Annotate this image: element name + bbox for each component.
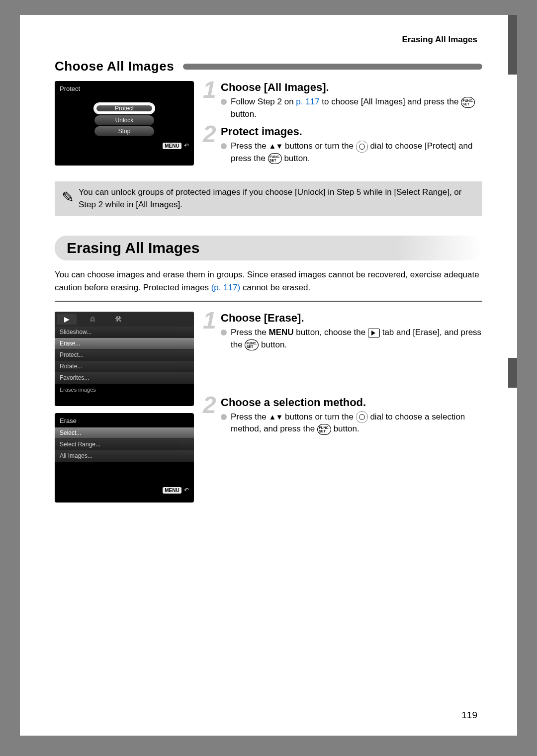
section-rule	[183, 64, 482, 70]
menu-item: Rotate...	[55, 361, 194, 372]
menu-item: Select Range...	[55, 439, 194, 450]
side-tab-thumb	[508, 358, 517, 388]
func-set-icon: FUNC.SET	[245, 339, 259, 350]
menu-footer: Erases images	[55, 384, 194, 396]
menu-item: Favorites...	[55, 372, 194, 384]
note-text: You can unlock groups of protected image…	[79, 186, 475, 211]
screenshot-title: Erase	[55, 416, 194, 427]
control-dial-icon	[356, 411, 368, 423]
section-title: Choose All Images	[55, 59, 174, 74]
step-heading: Choose a selection method.	[209, 396, 482, 409]
section-header-bar: Choose All Images	[55, 59, 482, 74]
page-link[interactable]: p. 117	[296, 97, 319, 106]
tab-print-icon: ⎙	[83, 314, 102, 325]
up-down-arrows-icon: ▲▼	[269, 413, 283, 421]
step-heading: Choose [All Images].	[209, 81, 482, 94]
menu-item: Slideshow...	[55, 327, 194, 338]
side-tab	[508, 15, 517, 75]
step-heading: Choose [Erase].	[209, 312, 482, 325]
screenshot-option-protect: Protect	[93, 102, 155, 114]
main-heading-bar: Erasing All Images	[55, 236, 482, 260]
step-bullet: Press the ▲▼ buttons or turn the dial to…	[221, 140, 482, 165]
tab-playback-icon: ▶	[57, 314, 77, 325]
camera-screenshot-erase: Erase Select... Select Range... All Imag…	[55, 413, 194, 503]
manual-page: Erasing All Images Choose All Images Pro…	[20, 15, 517, 736]
step-2: 2 Choose a selection method. Press the ▲…	[209, 396, 482, 435]
step-heading: Protect images.	[209, 125, 482, 138]
return-icon: ↶	[184, 487, 189, 494]
screenshot-option-unlock: Unlock	[94, 115, 154, 125]
func-set-icon: FUNC.SET	[317, 424, 331, 435]
step-bullet: Press the ▲▼ buttons or turn the dial to…	[221, 411, 482, 435]
divider	[55, 301, 482, 302]
step-1: 1 Choose [All Images]. Follow Step 2 on …	[209, 81, 482, 120]
screenshot-title: Protect	[60, 85, 189, 92]
menu-button-text: MENU	[269, 328, 294, 337]
menu-label-icon: MENU	[163, 487, 181, 494]
playback-tab-icon	[368, 329, 380, 337]
tab-tools-icon: 🛠	[108, 314, 128, 325]
func-set-icon: FUNC.SET	[461, 97, 475, 108]
camera-screenshot-menu: ▶ ⎙ 🛠 Slideshow... Erase... Protect... R…	[55, 312, 194, 406]
return-icon: ↶	[184, 142, 189, 149]
menu-label-icon: MENU	[163, 143, 181, 149]
menu-item-selected: Erase...	[55, 338, 194, 349]
step-bullet: Press the MENU button, choose the tab an…	[221, 327, 482, 351]
note-box: ✎ You can unlock groups of protected ima…	[55, 181, 482, 216]
up-down-arrows-icon: ▲▼	[269, 142, 283, 150]
running-head: Erasing All Images	[55, 35, 482, 45]
intro-paragraph: You can choose images and erase them in …	[55, 268, 482, 294]
menu-item-selected: Select...	[55, 427, 194, 439]
control-dial-icon	[356, 141, 368, 153]
step-bullet: Follow Step 2 on p. 117 to choose [All I…	[221, 96, 482, 120]
menu-item: All Images...	[55, 450, 194, 462]
step-2: 2 Protect images. Press the ▲▼ buttons o…	[209, 125, 482, 165]
main-heading: Erasing All Images	[67, 240, 470, 256]
pencil-icon: ✎	[62, 186, 79, 208]
screenshot-option-stop: Stop	[94, 126, 154, 136]
camera-screenshot-protect: Protect Protect Unlock Stop MENU ↶	[55, 81, 194, 166]
menu-item: Protect...	[55, 349, 194, 361]
step-1: 1 Choose [Erase]. Press the MENU button,…	[209, 312, 482, 351]
page-number: 119	[461, 710, 477, 721]
page-link[interactable]: (p. 117)	[211, 283, 241, 292]
func-set-icon: FUNC.SET	[268, 153, 282, 164]
